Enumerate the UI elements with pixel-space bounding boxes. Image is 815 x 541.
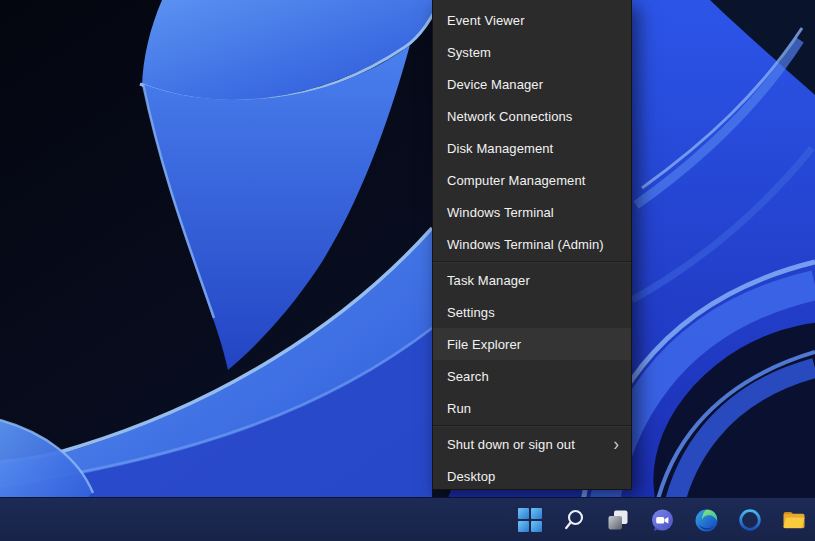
menu-item-shut-down-or-sign-out[interactable]: Shut down or sign out ›: [433, 428, 631, 460]
taskbar-icons: [508, 498, 815, 541]
menu-item-computer-management[interactable]: Computer Management: [433, 164, 631, 196]
taskbar: [0, 497, 815, 541]
chat-button[interactable]: [640, 498, 684, 541]
menu-item-device-manager[interactable]: Device Manager: [433, 68, 631, 100]
winx-context-menu: Event Viewer System Device Manager Netwo…: [432, 0, 632, 490]
file-explorer-button[interactable]: [772, 498, 815, 541]
task-view-icon: [606, 508, 630, 532]
task-view-button[interactable]: [596, 498, 640, 541]
start-button[interactable]: [508, 498, 552, 541]
winx-group-apps: Task Manager Settings File Explorer Sear…: [433, 264, 631, 424]
desktop: Event Viewer System Device Manager Netwo…: [0, 0, 815, 541]
menu-item-windows-terminal-admin[interactable]: Windows Terminal (Admin): [433, 228, 631, 260]
taskbar-search-button[interactable]: [552, 498, 596, 541]
menu-item-search[interactable]: Search: [433, 360, 631, 392]
windows-logo-icon: [517, 507, 543, 533]
edge-button[interactable]: [684, 498, 728, 541]
winx-group-tools: Event Viewer System Device Manager Netwo…: [433, 4, 631, 260]
submenu-chevron-icon: ›: [614, 435, 619, 453]
menu-separator: [433, 425, 631, 427]
menu-item-settings[interactable]: Settings: [433, 296, 631, 328]
menu-item-network-connections[interactable]: Network Connections: [433, 100, 631, 132]
wallpaper-bloom-image: [0, 0, 815, 541]
menu-item-system[interactable]: System: [433, 36, 631, 68]
menu-item-file-explorer[interactable]: File Explorer: [433, 328, 631, 360]
file-explorer-folder-icon: [781, 507, 807, 533]
menu-item-task-manager[interactable]: Task Manager: [433, 264, 631, 296]
menu-item-event-viewer[interactable]: Event Viewer: [433, 4, 631, 36]
menu-item-disk-management[interactable]: Disk Management: [433, 132, 631, 164]
winx-group-session: Shut down or sign out › Desktop: [433, 428, 631, 492]
menu-separator: [433, 261, 631, 263]
menu-item-desktop[interactable]: Desktop: [433, 460, 631, 492]
search-icon: [562, 508, 586, 532]
cortana-ring-icon: [738, 508, 762, 532]
chat-video-icon: [650, 508, 675, 533]
menu-item-windows-terminal[interactable]: Windows Terminal: [433, 196, 631, 228]
menu-item-run[interactable]: Run: [433, 392, 631, 424]
edge-browser-icon: [694, 508, 719, 533]
cortana-button[interactable]: [728, 498, 772, 541]
